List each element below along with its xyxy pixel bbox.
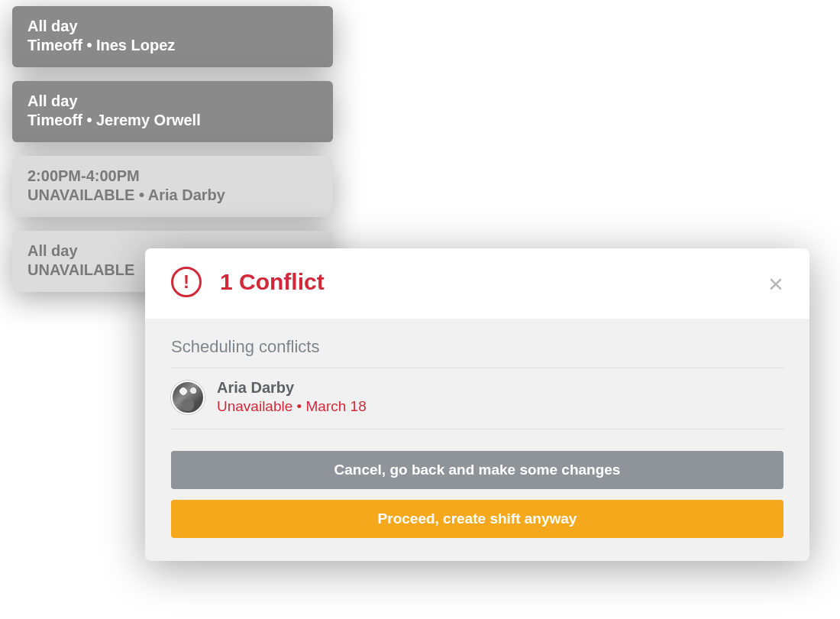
event-card[interactable]: 2:00PM-4:00PM UNAVAILABLE • Aria Darby	[12, 156, 333, 217]
cancel-button[interactable]: Cancel, go back and make some changes	[171, 451, 783, 489]
event-label: Timeoff • Jeremy Orwell	[27, 111, 318, 130]
event-label: Timeoff • Ines Lopez	[27, 36, 318, 55]
event-time: 2:00PM-4:00PM	[27, 167, 318, 186]
conflict-row: Aria Darby Unavailable • March 18	[171, 368, 783, 429]
conflict-modal: ! 1 Conflict × Scheduling conflicts Aria…	[145, 248, 809, 561]
alert-icon: !	[171, 267, 202, 297]
event-time: All day	[27, 92, 318, 111]
conflict-reason: Unavailable • March 18	[217, 398, 367, 415]
modal-header: ! 1 Conflict ×	[145, 248, 809, 319]
avatar	[171, 381, 205, 414]
event-card[interactable]: All day Timeoff • Ines Lopez	[12, 6, 333, 67]
section-heading: Scheduling conflicts	[171, 337, 783, 368]
event-label: UNAVAILABLE • Aria Darby	[27, 186, 318, 205]
close-icon[interactable]: ×	[762, 270, 790, 297]
event-time: All day	[27, 17, 318, 36]
modal-title: 1 Conflict	[220, 269, 325, 295]
conflict-name: Aria Darby	[217, 379, 367, 397]
event-card[interactable]: All day Timeoff • Jeremy Orwell	[12, 81, 333, 142]
proceed-button[interactable]: Proceed, create shift anyway	[171, 500, 783, 538]
